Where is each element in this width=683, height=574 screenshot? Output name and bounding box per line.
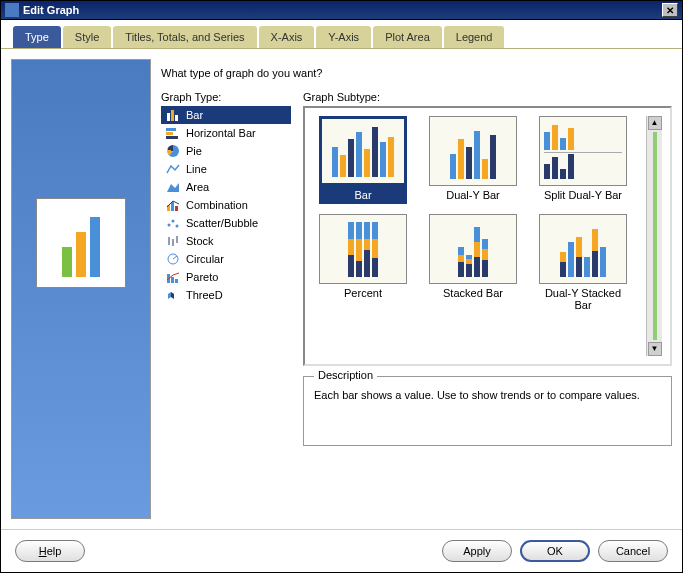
tab-titles[interactable]: Titles, Totals, and Series: [113, 26, 256, 48]
svg-rect-1: [171, 110, 174, 121]
subtype-bar-thumb: [319, 116, 407, 186]
svg-rect-2: [175, 115, 178, 121]
help-button[interactable]: Help: [15, 540, 85, 562]
svg-rect-8: [171, 202, 174, 211]
type-item-scatter[interactable]: Scatter/Bubble: [161, 214, 291, 232]
svg-rect-19: [171, 277, 174, 283]
tab-style[interactable]: Style: [63, 26, 111, 48]
cancel-button[interactable]: Cancel: [598, 540, 668, 562]
subtype-stacked-bar[interactable]: Stacked Bar: [423, 214, 523, 314]
subtype-split-dual-y-bar[interactable]: Split Dual-Y Bar: [533, 116, 633, 204]
tab-legend[interactable]: Legend: [444, 26, 505, 48]
graph-type-label: Graph Type:: [161, 91, 291, 103]
type-item-line[interactable]: Line: [161, 160, 291, 178]
type-label: Horizontal Bar: [186, 127, 256, 139]
description-box: Description Each bar shows a value. Use …: [303, 376, 672, 446]
scatter-icon: [165, 216, 181, 230]
type-item-horizontal-bar[interactable]: Horizontal Bar: [161, 124, 291, 142]
subtype-dual-stacked-thumb: [539, 214, 627, 284]
scroll-up-icon[interactable]: ▲: [648, 116, 662, 130]
close-icon[interactable]: ✕: [662, 3, 678, 17]
bar-icon: [165, 108, 181, 122]
subtype-label: Split Dual-Y Bar: [539, 186, 627, 204]
type-item-circular[interactable]: Circular: [161, 250, 291, 268]
pie-icon: [165, 144, 181, 158]
graph-type-list: Bar Horizontal Bar Pie Line: [161, 106, 291, 304]
title-bar: Edit Graph ✕: [0, 0, 683, 20]
ok-button[interactable]: OK: [520, 540, 590, 562]
stock-icon: [165, 234, 181, 248]
type-label: Line: [186, 163, 207, 175]
type-item-area[interactable]: Area: [161, 178, 291, 196]
subtype-percent[interactable]: Percent: [313, 214, 413, 314]
description-legend: Description: [314, 369, 377, 381]
subtype-box: Bar D: [303, 106, 672, 366]
wizard-sidebar: [11, 59, 151, 519]
svg-rect-0: [167, 113, 170, 121]
subtype-percent-thumb: [319, 214, 407, 284]
app-icon: [5, 3, 19, 17]
graph-subtype-label: Graph Subtype:: [303, 91, 672, 103]
subtype-scrollbar[interactable]: ▲ ▼: [646, 116, 662, 356]
apply-button[interactable]: Apply: [442, 540, 512, 562]
window-title: Edit Graph: [23, 4, 79, 16]
svg-marker-21: [168, 292, 171, 299]
circular-icon: [165, 252, 181, 266]
subtype-bar[interactable]: Bar: [313, 116, 413, 204]
subtype-dual-y-thumb: [429, 116, 517, 186]
type-item-combination[interactable]: Combination: [161, 196, 291, 214]
svg-point-10: [168, 224, 171, 227]
subtype-stacked-thumb: [429, 214, 517, 284]
tab-type[interactable]: Type: [13, 26, 61, 48]
type-item-bar[interactable]: Bar: [161, 106, 291, 124]
type-label: Circular: [186, 253, 224, 265]
type-label: Bar: [186, 109, 203, 121]
svg-point-12: [176, 225, 179, 228]
combination-icon: [165, 198, 181, 212]
tab-bar: Type Style Titles, Totals, and Series X-…: [1, 20, 682, 49]
threed-icon: [165, 288, 181, 302]
svg-rect-3: [166, 128, 176, 131]
type-label: Pareto: [186, 271, 218, 283]
svg-rect-20: [175, 279, 178, 283]
svg-marker-22: [171, 292, 174, 299]
line-icon: [165, 162, 181, 176]
horizontal-bar-icon: [165, 126, 181, 140]
pareto-icon: [165, 270, 181, 284]
subtype-label: Dual-Y Bar: [429, 186, 517, 204]
svg-line-17: [173, 256, 177, 259]
scroll-down-icon[interactable]: ▼: [648, 342, 662, 356]
subtype-label: Dual-Y Stacked Bar: [539, 284, 627, 314]
type-item-pareto[interactable]: Pareto: [161, 268, 291, 286]
subtype-dual-y-bar[interactable]: Dual-Y Bar: [423, 116, 523, 204]
subtype-label: Percent: [319, 284, 407, 302]
svg-rect-9: [175, 206, 178, 211]
svg-point-11: [172, 220, 175, 223]
tab-xaxis[interactable]: X-Axis: [259, 26, 315, 48]
type-label: ThreeD: [186, 289, 223, 301]
svg-rect-4: [166, 132, 173, 135]
type-label: Stock: [186, 235, 214, 247]
sidebar-illustration: [36, 198, 126, 288]
subtype-split-thumb: [539, 116, 627, 186]
subtype-dual-y-stacked-bar[interactable]: Dual-Y Stacked Bar: [533, 214, 633, 314]
svg-marker-6: [167, 183, 179, 192]
prompt-text: What type of graph do you want?: [161, 67, 672, 79]
area-icon: [165, 180, 181, 194]
type-label: Pie: [186, 145, 202, 157]
type-label: Area: [186, 181, 209, 193]
type-item-stock[interactable]: Stock: [161, 232, 291, 250]
description-text: Each bar shows a value. Use to show tren…: [314, 389, 661, 401]
subtype-label: Bar: [319, 186, 407, 204]
tab-yaxis[interactable]: Y-Axis: [316, 26, 371, 48]
type-label: Combination: [186, 199, 248, 211]
type-item-threed[interactable]: ThreeD: [161, 286, 291, 304]
button-row: Help Apply OK Cancel: [1, 529, 682, 572]
type-label: Scatter/Bubble: [186, 217, 258, 229]
type-item-pie[interactable]: Pie: [161, 142, 291, 160]
window-body: Type Style Titles, Totals, and Series X-…: [0, 20, 683, 573]
tab-plotarea[interactable]: Plot Area: [373, 26, 442, 48]
scroll-track[interactable]: [653, 132, 657, 340]
subtype-label: Stacked Bar: [429, 284, 517, 302]
svg-rect-5: [166, 136, 178, 139]
